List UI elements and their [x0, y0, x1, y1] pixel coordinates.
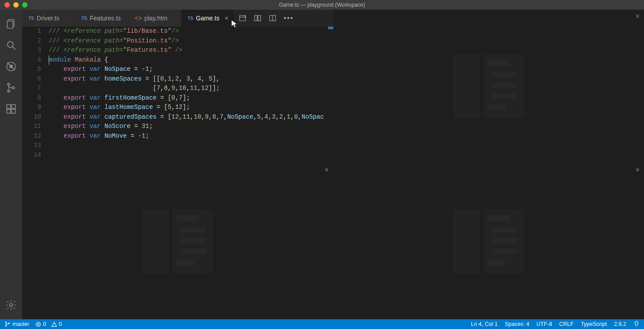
activity-bar — [0, 10, 22, 319]
code-line[interactable]: /// <reference path="lib/Base.ts"/> — [49, 27, 333, 36]
feedback-icon[interactable] — [633, 321, 640, 327]
svg-rect-10 — [7, 105, 11, 108]
svg-rect-37 — [488, 216, 510, 221]
empty-editor-watermark — [22, 163, 333, 319]
editor-pane-2: × — [333, 10, 644, 163]
typescript-version-status[interactable]: 2.9.2 — [614, 321, 626, 327]
code-line[interactable]: export var capturedSpaces = [12,11,10,9,… — [49, 112, 333, 122]
empty-editor-watermark — [334, 10, 644, 163]
tab-actions: ••• — [239, 10, 294, 27]
svg-rect-32 — [181, 238, 205, 243]
svg-rect-27 — [488, 105, 505, 110]
eol-status[interactable]: CRLF — [559, 321, 574, 327]
indentation-status[interactable]: Spaces: 4 — [505, 321, 529, 327]
editor-area[interactable]: 1234567891011121314/// <reference path="… — [22, 27, 333, 163]
code-line[interactable]: /// <reference path="Features.ts" /> — [49, 46, 333, 55]
explorer-icon[interactable] — [0, 13, 22, 35]
git-branch-status[interactable]: master — [4, 321, 29, 327]
svg-rect-34 — [177, 260, 194, 265]
tab-label: Driver.ts — [37, 15, 59, 22]
svg-point-43 — [5, 325, 6, 326]
debug-icon[interactable] — [0, 56, 22, 77]
window-close-button[interactable] — [4, 2, 10, 8]
svg-rect-12 — [7, 109, 11, 113]
svg-rect-33 — [181, 248, 205, 254]
svg-point-42 — [5, 322, 6, 323]
html-file-icon: <> — [135, 15, 142, 22]
problems-status[interactable]: 0 0 — [35, 321, 62, 327]
svg-rect-35 — [453, 209, 480, 273]
svg-point-14 — [10, 304, 13, 307]
code-line[interactable]: /// <reference path="Position.ts"/> — [49, 36, 333, 46]
svg-rect-1 — [7, 21, 13, 28]
svg-rect-41 — [488, 260, 505, 265]
editor-grid: TS Driver.ts TS Features.ts <> play.htm … — [22, 10, 644, 319]
svg-point-9 — [12, 87, 15, 89]
code-line[interactable]: export var homeSpaces = [[0,1,2, 3, 4, 5… — [49, 74, 333, 84]
overview-ruler[interactable] — [327, 27, 333, 163]
branch-name: master — [12, 321, 29, 327]
code-line[interactable]: export var lastHomeSpace = [5,12]; — [49, 103, 333, 112]
search-icon[interactable] — [0, 35, 22, 56]
code-line[interactable]: [7,8,9,10,11,12]]; — [49, 84, 333, 93]
ts-file-icon: TS — [81, 16, 87, 21]
tab-game-ts[interactable]: TS Game.ts × — [181, 10, 235, 27]
editor-pane-1: TS Driver.ts TS Features.ts <> play.htm … — [22, 10, 333, 163]
svg-rect-31 — [181, 227, 205, 232]
tab-driver-ts[interactable]: TS Driver.ts — [22, 10, 75, 27]
svg-point-7 — [8, 83, 10, 85]
code-line[interactable]: export var NoScore = 31; — [49, 122, 333, 132]
tab-play-htm[interactable]: <> play.htm — [128, 10, 181, 27]
status-bar: master 0 0 Ln 4, Col 1 Spaces: 4 UTF-8 C… — [0, 319, 644, 329]
svg-rect-30 — [177, 216, 199, 221]
svg-rect-28 — [142, 209, 169, 273]
code-line[interactable]: export var NoSpace = -1; — [49, 65, 333, 74]
code-line[interactable]: export var NoMove = -1; — [49, 132, 333, 141]
window-maximize-button[interactable] — [22, 2, 27, 8]
error-count: 0 — [43, 321, 46, 327]
svg-rect-38 — [492, 227, 517, 232]
more-actions-icon[interactable]: ••• — [284, 14, 294, 22]
svg-rect-13 — [12, 109, 15, 113]
ts-file-icon: TS — [188, 16, 193, 21]
compare-changes-icon[interactable] — [254, 14, 262, 22]
extensions-icon[interactable] — [0, 98, 22, 120]
tab-bar: TS Driver.ts TS Features.ts <> play.htm … — [22, 10, 333, 27]
encoding-status[interactable]: UTF-8 — [536, 321, 552, 327]
split-editor-icon[interactable] — [269, 14, 277, 22]
svg-point-2 — [8, 42, 13, 47]
editor-pane-4: × — [333, 163, 644, 319]
svg-point-8 — [8, 90, 10, 92]
svg-rect-25 — [492, 83, 517, 88]
svg-point-6 — [10, 65, 13, 68]
window-title: Game.ts — playground (Workspace) — [0, 2, 644, 8]
tab-label: Features.ts — [90, 15, 121, 22]
window-controls — [0, 2, 27, 8]
code-line[interactable]: module Mankala { — [49, 55, 333, 65]
title-bar: Game.ts — playground (Workspace) — [0, 0, 644, 10]
source-control-icon[interactable] — [0, 77, 22, 98]
tab-label: play.htm — [144, 15, 167, 22]
svg-rect-26 — [492, 93, 517, 99]
open-preview-icon[interactable] — [239, 14, 247, 22]
svg-rect-24 — [492, 72, 517, 77]
tab-features-ts[interactable]: TS Features.ts — [75, 10, 128, 27]
window-minimize-button[interactable] — [13, 2, 19, 8]
code-line[interactable]: export var firstHomeSpace = [0,7]; — [49, 93, 333, 103]
editor-pane-3: × — [22, 163, 333, 319]
svg-rect-39 — [492, 238, 517, 243]
cursor-position-status[interactable]: Ln 4, Col 1 — [471, 321, 497, 327]
language-mode-status[interactable]: TypeScript — [581, 321, 607, 327]
close-tab-icon[interactable]: × — [225, 15, 228, 22]
svg-rect-40 — [492, 248, 517, 254]
settings-gear-icon[interactable] — [0, 294, 22, 316]
svg-rect-11 — [12, 105, 15, 108]
empty-editor-watermark — [334, 163, 644, 319]
tab-label: Game.ts — [196, 15, 220, 22]
svg-rect-21 — [453, 54, 480, 118]
svg-rect-23 — [488, 61, 510, 66]
warning-count: 0 — [59, 321, 62, 327]
svg-line-3 — [12, 46, 15, 50]
ts-file-icon: TS — [28, 16, 34, 21]
